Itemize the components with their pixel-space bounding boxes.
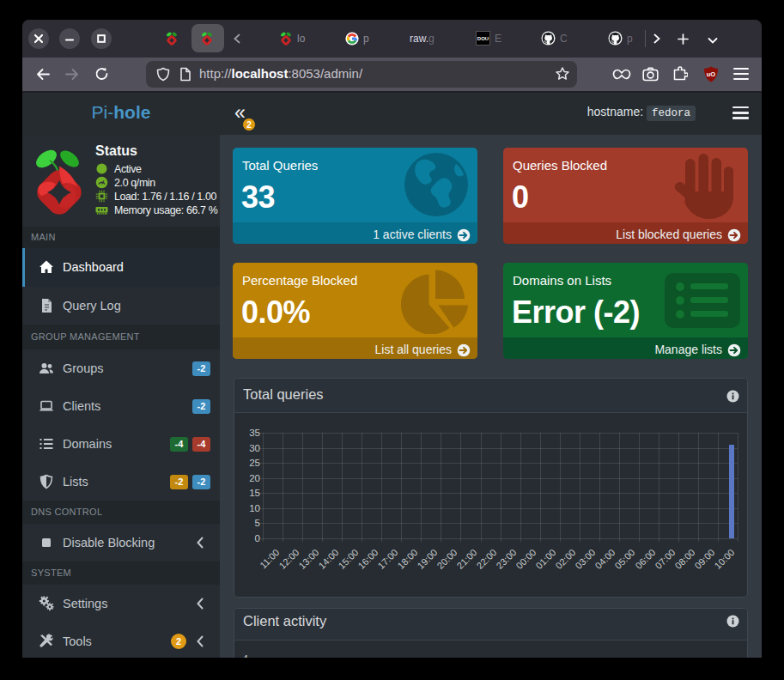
svg-text:DOU: DOU (477, 36, 489, 41)
svg-text:uO: uO (707, 70, 716, 78)
